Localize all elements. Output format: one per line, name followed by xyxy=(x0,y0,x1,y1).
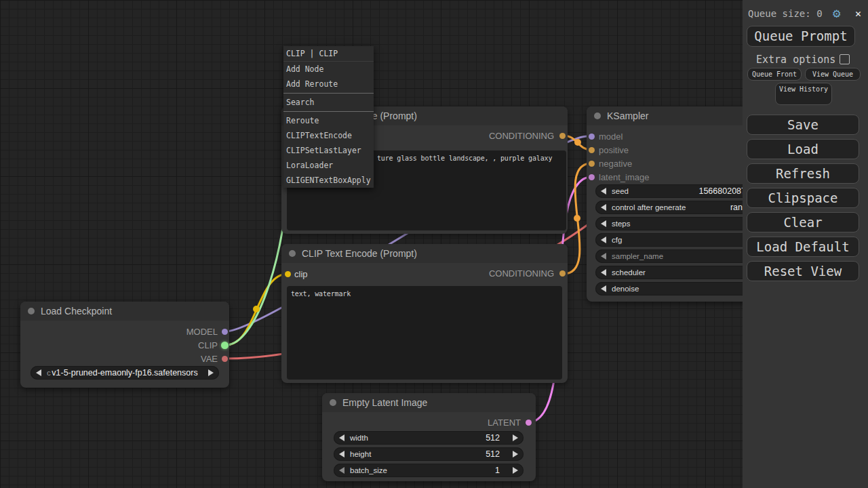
node-collapse-dot[interactable] xyxy=(289,250,296,257)
height-widget[interactable]: height 512 xyxy=(334,447,524,461)
output-slot-clip[interactable] xyxy=(221,342,229,349)
output-slot-vae[interactable] xyxy=(222,356,228,362)
input-label-model: model xyxy=(599,131,623,142)
queue-prompt-button[interactable]: Queue Prompt xyxy=(747,26,855,47)
menu-separator xyxy=(283,111,374,112)
menu-item-add-node[interactable]: Add Node xyxy=(283,62,374,77)
output-label-conditioning: CONDITIONING xyxy=(489,268,554,279)
widget-label: steps xyxy=(612,217,631,230)
gear-icon[interactable]: ⚙ xyxy=(833,5,840,20)
decrement-arrow-icon[interactable] xyxy=(339,451,344,458)
widget-value: 1 xyxy=(495,464,500,477)
close-icon[interactable]: ✕ xyxy=(855,7,861,20)
increment-arrow-icon[interactable] xyxy=(513,434,518,441)
input-label-latent-image: latent_image xyxy=(599,172,649,182)
output-slot-conditioning[interactable] xyxy=(559,270,566,277)
output-label-conditioning: CONDITIONING xyxy=(489,131,554,141)
widget-value: 1566802087 xyxy=(698,184,746,198)
decrement-arrow-icon[interactable] xyxy=(601,285,606,292)
link-dot-positive xyxy=(574,139,581,146)
input-slot-positive[interactable] xyxy=(589,147,595,153)
prompt-textarea[interactable]: text, watermark xyxy=(287,286,562,380)
menu-item-reroute[interactable]: Reroute xyxy=(283,113,374,128)
refresh-button[interactable]: Refresh xyxy=(747,163,859,184)
decrement-arrow-icon[interactable] xyxy=(601,269,606,276)
widget-label: control after generate xyxy=(612,201,686,214)
output-slot-model[interactable] xyxy=(222,329,228,335)
link-dot-negative xyxy=(574,215,580,222)
output-slot-conditioning[interactable] xyxy=(559,133,566,139)
widget-label: scheduler xyxy=(612,266,646,279)
load-button[interactable]: Load xyxy=(747,139,859,159)
node-title-bar[interactable]: Empty Latent Image xyxy=(322,393,536,412)
widget-label: height xyxy=(350,447,371,461)
input-slot-negative[interactable] xyxy=(589,161,595,167)
increment-arrow-icon[interactable] xyxy=(208,369,214,376)
decrement-arrow-icon[interactable] xyxy=(601,237,606,243)
menu-item-add-reroute[interactable]: Add Reroute xyxy=(283,77,374,92)
node-load-checkpoint[interactable]: Load Checkpoint MODEL CLIP VAE c ... v1-… xyxy=(20,302,229,388)
decrement-arrow-icon[interactable] xyxy=(601,204,606,211)
output-label-vae: VAE xyxy=(201,354,218,364)
extra-options-checkbox[interactable] xyxy=(840,54,850,64)
node-title: Load Checkpoint xyxy=(41,302,112,321)
save-button[interactable]: Save xyxy=(747,115,859,135)
output-label-latent: LATENT xyxy=(488,418,521,428)
link-dot-clip xyxy=(253,306,260,312)
node-empty-latent-image[interactable]: Empty Latent Image LATENT width 512 heig… xyxy=(322,393,536,481)
node-title-bar[interactable]: Load Checkpoint xyxy=(20,302,229,321)
menu-item-clipsetlastlayer[interactable]: CLIPSetLastLayer xyxy=(283,143,374,158)
view-queue-button[interactable]: View Queue xyxy=(805,68,861,81)
load-default-button[interactable]: Load Default xyxy=(747,237,859,257)
widget-value: ran xyxy=(730,201,743,214)
node-collapse-dot[interactable] xyxy=(330,399,336,406)
widget-value: v1-5-pruned-emaonly-fp16.safetensors xyxy=(31,366,219,380)
increment-arrow-icon[interactable] xyxy=(513,451,518,458)
menu-item-gligentextboxapply[interactable]: GLIGENTextBoxApply xyxy=(283,173,374,188)
input-label-positive: positive xyxy=(599,145,629,155)
menu-item-search[interactable]: Search xyxy=(283,95,374,110)
node-title: CLIP Text Encode (Prompt) xyxy=(302,244,417,263)
node-collapse-dot[interactable] xyxy=(28,308,35,314)
widget-value: 512 xyxy=(486,447,500,461)
increment-arrow-icon[interactable] xyxy=(513,467,518,474)
node-collapse-dot[interactable] xyxy=(594,113,601,119)
batch-size-widget[interactable]: batch_size 1 xyxy=(334,464,524,477)
node-title-bar[interactable]: CLIP Text Encode (Prompt) xyxy=(281,244,568,263)
clear-button[interactable]: Clear xyxy=(747,212,859,232)
context-menu: CLIP | CLIP Add Node Add Reroute Search … xyxy=(283,46,374,188)
reset-view-button[interactable]: Reset View xyxy=(747,261,859,281)
clipspace-button[interactable]: Clipspace xyxy=(747,188,859,208)
menu-item-cliptextencode[interactable]: CLIPTextEncode xyxy=(283,128,374,143)
decrement-arrow-icon[interactable] xyxy=(601,188,606,195)
ckpt-name-widget[interactable]: c ... v1-5-pruned-emaonly-fp16.safetenso… xyxy=(31,366,219,380)
width-widget[interactable]: width 512 xyxy=(334,431,524,445)
context-menu-title: CLIP | CLIP xyxy=(283,46,374,62)
extra-options-label: Extra options xyxy=(756,54,835,66)
input-slot-latent-image[interactable] xyxy=(589,174,595,180)
widget-label: cfg xyxy=(612,233,622,247)
node-graph-canvas[interactable]: CLIP Text Encode (Prompt) clip CONDITION… xyxy=(0,0,868,488)
output-label-clip: CLIP xyxy=(198,340,218,350)
menu-item-loraloader[interactable]: LoraLoader xyxy=(283,158,374,173)
output-slot-latent[interactable] xyxy=(526,420,532,426)
decrement-arrow-icon[interactable] xyxy=(601,253,606,260)
node-title: KSampler xyxy=(607,106,648,125)
view-history-button[interactable]: View History xyxy=(775,83,832,105)
input-slot-model[interactable] xyxy=(589,134,595,140)
output-label-model: MODEL xyxy=(186,327,218,337)
input-slot-clip[interactable] xyxy=(285,271,291,277)
widget-value: 512 xyxy=(486,431,500,445)
decrement-arrow-icon[interactable] xyxy=(339,434,344,441)
queue-size-label: Queue size: 0 xyxy=(748,8,823,19)
input-label-negative: negative xyxy=(599,159,632,169)
widget-label: sampler_name xyxy=(612,249,663,263)
widget-label: seed xyxy=(612,184,629,198)
widget-label: width xyxy=(350,431,368,445)
input-label-clip: clip xyxy=(294,269,308,279)
widget-label: batch_size xyxy=(350,464,387,477)
queue-front-button[interactable]: Queue Front xyxy=(747,68,802,81)
node-clip-text-encode-negative[interactable]: CLIP Text Encode (Prompt) clip CONDITION… xyxy=(281,244,568,383)
decrement-arrow-icon[interactable] xyxy=(339,467,344,474)
decrement-arrow-icon[interactable] xyxy=(601,220,606,227)
